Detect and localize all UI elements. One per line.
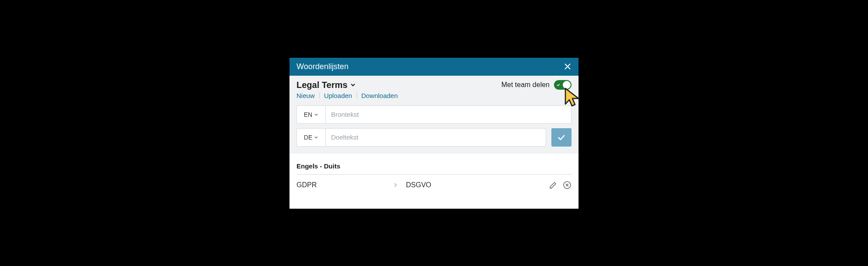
chevron-down-icon — [314, 135, 318, 140]
share-with-team: Met team delen — [501, 80, 572, 90]
share-toggle[interactable] — [554, 80, 572, 90]
confirm-button[interactable] — [551, 128, 572, 147]
delete-circle-icon — [563, 181, 572, 189]
entries-section: Engels - Duits GDPR DSGVO — [289, 154, 579, 209]
language-pair-header: Engels - Duits — [296, 162, 572, 175]
glossary-dropdown[interactable]: Legal Terms — [296, 80, 356, 90]
modal-title: Woordenlijsten — [296, 62, 349, 71]
check-icon — [556, 132, 567, 143]
close-icon — [564, 63, 572, 70]
pencil-icon — [549, 181, 557, 189]
entry-actions — [549, 181, 572, 189]
action-links: Nieuw Uploaden Downloaden — [296, 92, 572, 99]
toolbar-top: Legal Terms Met team delen — [296, 80, 572, 90]
source-row: EN — [296, 105, 572, 124]
glossary-modal: Woordenlijsten Legal Terms Met team dele… — [289, 58, 579, 209]
entry-target: DSGVO — [406, 181, 549, 189]
toggle-knob — [563, 81, 571, 89]
glossary-name: Legal Terms — [296, 80, 347, 90]
download-link[interactable]: Downloaden — [361, 92, 398, 99]
chevron-down-icon — [350, 82, 356, 88]
target-lang-select[interactable]: DE — [296, 128, 325, 147]
upload-link[interactable]: Uploaden — [324, 92, 352, 99]
source-lang-select[interactable]: EN — [296, 105, 325, 124]
close-button[interactable] — [564, 63, 572, 70]
edit-button[interactable] — [549, 181, 557, 189]
target-lang-code: DE — [304, 134, 312, 141]
modal-header: Woordenlijsten — [289, 58, 579, 76]
check-icon — [556, 83, 561, 87]
entry-row: GDPR DSGVO — [296, 175, 572, 196]
entry-source: GDPR — [296, 181, 393, 189]
new-link[interactable]: Nieuw — [296, 92, 315, 99]
toolbar: Legal Terms Met team delen Nieuw Uploade… — [289, 76, 579, 105]
input-section: EN DE — [289, 105, 579, 154]
chevron-down-icon — [314, 112, 318, 117]
share-label: Met team delen — [501, 81, 550, 89]
separator — [356, 92, 357, 98]
target-text-input[interactable] — [325, 128, 546, 147]
delete-button[interactable] — [563, 181, 572, 189]
source-lang-code: EN — [304, 111, 312, 118]
arrow-right-icon — [393, 182, 406, 188]
target-row: DE — [296, 128, 572, 147]
separator — [319, 92, 320, 98]
source-text-input[interactable] — [325, 105, 572, 124]
